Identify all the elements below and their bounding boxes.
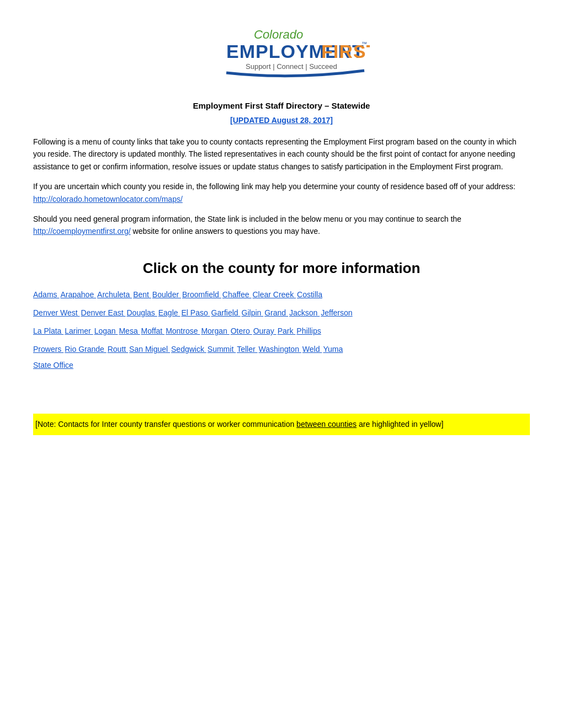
county-link-rio-grande[interactable]: Rio Grande bbox=[65, 345, 106, 354]
svg-text:Colorado: Colorado bbox=[254, 28, 303, 41]
county-link-otero[interactable]: Otero bbox=[231, 326, 252, 335]
county-link-logan[interactable]: Logan bbox=[94, 326, 118, 335]
county-row-2: Denver West Denver East Douglas Eagle El… bbox=[33, 306, 530, 320]
county-link-broomfield[interactable]: Broomfield bbox=[182, 290, 221, 299]
hometownlocator-link[interactable]: http://colorado.hometownlocator.com/maps… bbox=[33, 195, 183, 204]
note-prefix: [Note: Contacts for Inter county transfe… bbox=[35, 420, 296, 429]
county-link-moffat[interactable]: Moffat bbox=[141, 326, 165, 335]
county-link-denver-east[interactable]: Denver East bbox=[81, 308, 126, 317]
county-link-jackson[interactable]: Jackson bbox=[289, 308, 320, 317]
svg-text:Support  |  Connect  |  Succee: Support | Connect | Succeed bbox=[246, 62, 337, 71]
state-office-link[interactable]: State Office bbox=[33, 361, 73, 370]
county-link-bent[interactable]: Bent bbox=[133, 290, 151, 299]
county-link-archuleta[interactable]: Archuleta bbox=[97, 290, 132, 299]
description-paragraph-3: Should you need general program informat… bbox=[33, 213, 530, 238]
county-link-garfield[interactable]: Garfield bbox=[211, 308, 241, 317]
county-link-denver-west[interactable]: Denver West bbox=[33, 308, 80, 317]
svg-text:™: ™ bbox=[362, 41, 367, 47]
county-link-summit[interactable]: Summit bbox=[208, 345, 236, 354]
logo-container: Colorado EMPLOYMENT FIRST ™ Support | Co… bbox=[33, 22, 530, 84]
coemploymentfirst-link[interactable]: http://coemploymentfirst.org/ bbox=[33, 227, 131, 235]
county-link-douglas[interactable]: Douglas bbox=[126, 308, 157, 317]
county-link-washington[interactable]: Washington bbox=[259, 345, 301, 354]
between-counties-link[interactable]: between counties bbox=[296, 420, 357, 429]
county-link-eagle[interactable]: Eagle bbox=[158, 308, 180, 317]
county-row-4: Prowers Rio Grande Routt San Miguel Sedg… bbox=[33, 342, 530, 356]
county-link-morgan[interactable]: Morgan bbox=[201, 326, 229, 335]
updated-section: [UPDATED August 28, 2017] bbox=[33, 116, 530, 125]
county-section-heading: Click on the county for more information bbox=[33, 260, 530, 277]
note-suffix: are highlighted in yellow] bbox=[357, 420, 443, 429]
county-link-teller[interactable]: Teller bbox=[237, 345, 257, 354]
county-link-montrose[interactable]: Montrose bbox=[166, 326, 200, 335]
county-link-larimer[interactable]: Larimer bbox=[65, 326, 93, 335]
county-link-weld[interactable]: Weld bbox=[302, 345, 322, 354]
description-paragraph-2: If you are uncertain which county you re… bbox=[33, 180, 530, 205]
county-link-san-miguel[interactable]: San Miguel bbox=[129, 345, 170, 354]
county-link-grand[interactable]: Grand bbox=[264, 308, 288, 317]
p3-suffix-text: website for online answers to questions … bbox=[131, 227, 320, 235]
logo-image: Colorado EMPLOYMENT FIRST ™ Support | Co… bbox=[193, 22, 370, 83]
note-block: [Note: Contacts for Inter county transfe… bbox=[33, 414, 530, 435]
county-link-la-plata[interactable]: La Plata bbox=[33, 326, 63, 335]
county-link-yuma[interactable]: Yuma bbox=[323, 345, 343, 354]
county-link-boulder[interactable]: Boulder bbox=[152, 290, 181, 299]
county-link-park[interactable]: Park bbox=[278, 326, 296, 335]
updated-link[interactable]: [UPDATED August 28, 2017] bbox=[230, 116, 333, 125]
county-link-arapahoe[interactable]: Arapahoe bbox=[60, 290, 96, 299]
page-title: Employment First Staff Directory – State… bbox=[33, 101, 530, 110]
county-link-jefferson[interactable]: Jefferson bbox=[321, 308, 352, 317]
county-links-section: Adams Arapahoe Archuleta Bent Boulder Br… bbox=[33, 288, 530, 370]
county-link-gilpin[interactable]: Gilpin bbox=[242, 308, 264, 317]
county-link-routt[interactable]: Routt bbox=[108, 345, 128, 354]
state-office-row: State Office bbox=[33, 361, 530, 370]
county-link-costilla[interactable]: Costilla bbox=[297, 290, 322, 299]
p3-prefix-text: Should you need general program informat… bbox=[33, 215, 461, 223]
county-link-adams[interactable]: Adams bbox=[33, 290, 59, 299]
county-link-mesa[interactable]: Mesa bbox=[119, 326, 140, 335]
county-link-el-paso[interactable]: El Paso bbox=[181, 308, 210, 317]
county-row-1: Adams Arapahoe Archuleta Bent Boulder Br… bbox=[33, 288, 530, 302]
p2-prefix-text: If you are uncertain which county you re… bbox=[33, 182, 516, 191]
county-link-phillips[interactable]: Phillips bbox=[296, 326, 321, 335]
county-link-prowers[interactable]: Prowers bbox=[33, 345, 63, 354]
county-link-ouray[interactable]: Ouray bbox=[253, 326, 277, 335]
description-paragraph-1: Following is a menu of county links that… bbox=[33, 136, 530, 173]
county-row-3: La Plata Larimer Logan Mesa Moffat Montr… bbox=[33, 324, 530, 338]
county-link-sedgwick[interactable]: Sedgwick bbox=[171, 345, 206, 354]
county-link-chaffee[interactable]: Chaffee bbox=[222, 290, 252, 299]
county-link-clear-creek[interactable]: Clear Creek bbox=[252, 290, 296, 299]
